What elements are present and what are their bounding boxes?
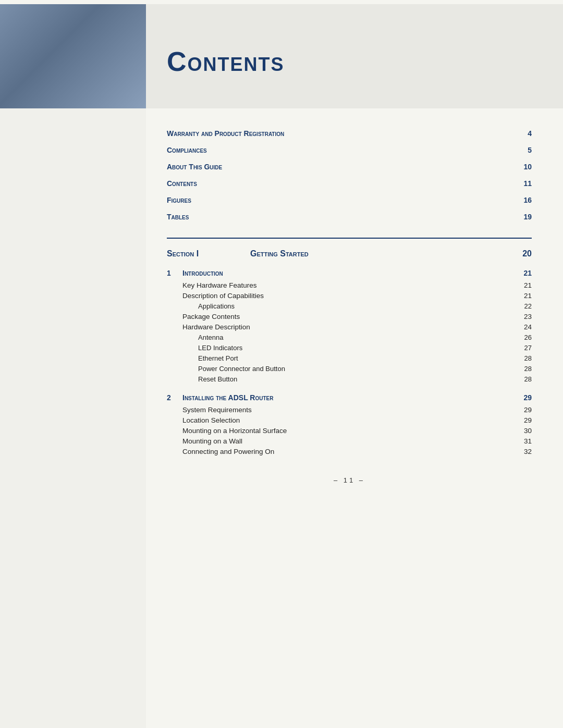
- sub-entry-system-req: System Requirements 29: [167, 406, 532, 414]
- sub-title-key-hardware: Key Hardware Features: [182, 281, 516, 289]
- subsub-page-ethernet: 28: [516, 354, 532, 362]
- section-title: Getting Started: [250, 249, 522, 258]
- toc-page-contents: 11: [516, 179, 532, 188]
- toc-dots: [288, 135, 512, 136]
- toc-page-warranty: 4: [516, 129, 532, 138]
- subsub-entry-led: LED Indicators 27: [167, 344, 532, 352]
- section-i-header: Section I Getting Started 20: [167, 249, 532, 258]
- subsub-title-led: LED Indicators: [198, 344, 516, 352]
- page-footer: – 11 –: [167, 466, 532, 500]
- chapter-2-block: 2 Installing the ADSL Router 29 System R…: [167, 393, 532, 455]
- sub-page-description: 21: [516, 292, 532, 300]
- subsub-title-ethernet: Ethernet Port: [198, 354, 516, 362]
- page-title: Contents: [167, 46, 285, 77]
- chapter-1-page: 21: [516, 269, 532, 277]
- left-margin: [0, 108, 146, 728]
- toc-page-figures: 16: [516, 196, 532, 204]
- chapter-1-entry: 1 Introduction 21: [167, 269, 532, 277]
- sub-title-description: Description of Capabilities: [182, 292, 516, 300]
- toc-title-compliances: Compliances: [167, 146, 207, 154]
- chapter-1-block: 1 Introduction 21 Key Hardware Features …: [167, 269, 532, 383]
- sub-entry-connecting: Connecting and Powering On 32: [167, 448, 532, 455]
- header-section: Contents: [0, 4, 563, 108]
- toc-dots: [195, 202, 512, 203]
- content-area: Warranty and Product Registration 4 Comp…: [0, 108, 563, 728]
- sub-title-connecting: Connecting and Powering On: [182, 448, 516, 455]
- toc-title-tables: Tables: [167, 213, 189, 221]
- sub-page-connecting: 32: [516, 448, 532, 455]
- subsub-page-power: 28: [516, 365, 532, 373]
- sub-entry-key-hardware: Key Hardware Features 21: [167, 281, 532, 289]
- toc-entry-compliances: Compliances 5: [167, 146, 532, 155]
- subsub-page-antenna: 26: [516, 334, 532, 341]
- toc-entry-contents: Contents 11: [167, 179, 532, 189]
- toc-page-about: 10: [516, 163, 532, 171]
- toc-page-compliances: 5: [516, 146, 532, 154]
- chapter-1-num: 1: [167, 269, 182, 277]
- subsub-entry-power: Power Connector and Button 28: [167, 365, 532, 373]
- toc-page-tables: 19: [516, 213, 532, 221]
- sub-entry-description: Description of Capabilities 21: [167, 292, 532, 300]
- section-label: Section I: [167, 249, 250, 258]
- sub-title-hardware-desc: Hardware Description: [182, 323, 516, 331]
- sub-entry-hardware-desc: Hardware Description 24: [167, 323, 532, 331]
- sub-entry-horizontal: Mounting on a Horizontal Surface 30: [167, 427, 532, 435]
- toc-entry-figures: Figures 16: [167, 196, 532, 205]
- sub-title-system-req: System Requirements: [182, 406, 516, 414]
- main-content: Warranty and Product Registration 4 Comp…: [146, 108, 563, 728]
- sub-page-system-req: 29: [516, 406, 532, 414]
- subsub-entry-ethernet: Ethernet Port 28: [167, 354, 532, 362]
- sub-page-location: 29: [516, 416, 532, 424]
- footer-page-number: – 11 –: [334, 476, 365, 484]
- front-matter-toc: Warranty and Product Registration 4 Comp…: [167, 129, 532, 222]
- sub-page-hardware-desc: 24: [516, 323, 532, 331]
- toc-title-contents: Contents: [167, 179, 197, 188]
- toc-title-about: About This Guide: [167, 163, 222, 171]
- toc-dots: [201, 186, 512, 186]
- toc-entry-tables: Tables 19: [167, 213, 532, 222]
- subsub-title-applications: Applications: [198, 302, 516, 310]
- header-title-area: Contents: [146, 4, 563, 108]
- chapter-2-title: Installing the ADSL Router: [182, 393, 516, 402]
- sub-page-key-hardware: 21: [516, 281, 532, 289]
- sub-entry-package: Package Contents 23: [167, 313, 532, 320]
- toc-entry-about: About This Guide 10: [167, 163, 532, 172]
- subsub-title-power: Power Connector and Button: [198, 365, 516, 373]
- sidebar-decorative-block: [0, 4, 146, 108]
- sub-page-horizontal: 30: [516, 427, 532, 435]
- sub-entry-wall: Mounting on a Wall 31: [167, 437, 532, 445]
- subsub-page-reset: 28: [516, 375, 532, 383]
- section-page: 20: [522, 249, 532, 258]
- sub-title-horizontal: Mounting on a Horizontal Surface: [182, 427, 516, 435]
- sub-title-location: Location Selection: [182, 416, 516, 424]
- toc-title-warranty: Warranty and Product Registration: [167, 129, 284, 138]
- subsub-entry-reset: Reset Button 28: [167, 375, 532, 383]
- subsub-page-led: 27: [516, 344, 532, 352]
- sub-page-package: 23: [516, 313, 532, 320]
- sub-page-wall: 31: [516, 437, 532, 445]
- chapter-1-title: Introduction: [182, 269, 516, 277]
- subsub-title-antenna: Antenna: [198, 334, 516, 341]
- toc-dots: [193, 219, 512, 219]
- chapter-2-page: 29: [516, 393, 532, 402]
- page: Contents Warranty and Product Registrati…: [0, 4, 563, 728]
- subsub-page-applications: 22: [516, 302, 532, 310]
- subsub-entry-applications: Applications 22: [167, 302, 532, 310]
- section-divider: [167, 238, 532, 239]
- toc-entry-warranty: Warranty and Product Registration 4: [167, 129, 532, 139]
- toc-title-figures: Figures: [167, 196, 191, 204]
- subsub-entry-antenna: Antenna 26: [167, 334, 532, 341]
- sub-entry-location: Location Selection 29: [167, 416, 532, 424]
- toc-dots: [226, 169, 512, 169]
- chapter-2-num: 2: [167, 393, 182, 402]
- toc-dots: [211, 152, 512, 153]
- subsub-title-reset: Reset Button: [198, 375, 516, 383]
- sub-title-wall: Mounting on a Wall: [182, 437, 516, 445]
- chapter-2-entry: 2 Installing the ADSL Router 29: [167, 393, 532, 402]
- sub-title-package: Package Contents: [182, 313, 516, 320]
